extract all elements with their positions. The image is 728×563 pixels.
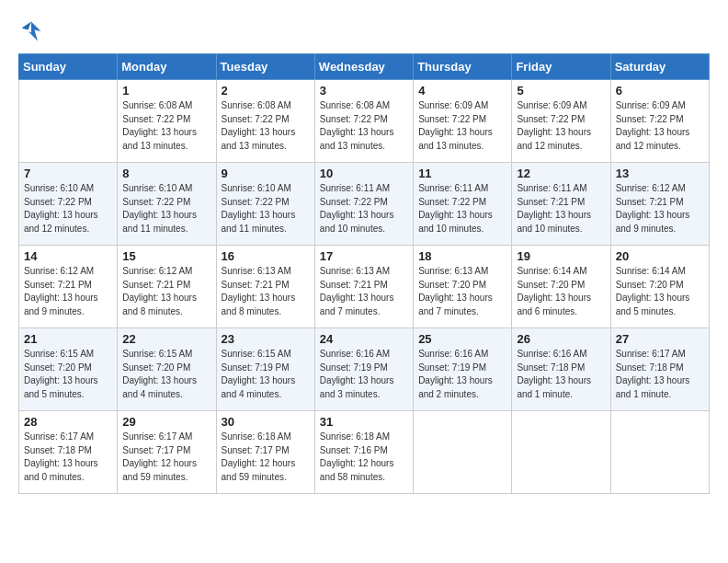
calendar-cell: 22Sunrise: 6:15 AMSunset: 7:20 PMDayligh… — [118, 328, 216, 411]
day-info: Sunrise: 6:14 AMSunset: 7:20 PMDaylight:… — [517, 265, 605, 318]
day-info: Sunrise: 6:13 AMSunset: 7:21 PMDaylight:… — [222, 265, 310, 318]
day-header-saturday: Saturday — [610, 54, 709, 80]
calendar-cell: 17Sunrise: 6:13 AMSunset: 7:21 PMDayligh… — [314, 246, 413, 328]
day-number: 8 — [122, 167, 210, 180]
day-info: Sunrise: 6:13 AMSunset: 7:20 PMDaylight:… — [418, 265, 506, 318]
calendar-cell: 25Sunrise: 6:16 AMSunset: 7:19 PMDayligh… — [414, 328, 512, 411]
calendar-cell: 19Sunrise: 6:14 AMSunset: 7:20 PMDayligh… — [512, 246, 610, 328]
calendar-cell: 5Sunrise: 6:09 AMSunset: 7:22 PMDaylight… — [512, 80, 610, 163]
day-number: 5 — [517, 84, 605, 98]
calendar-cell: 23Sunrise: 6:15 AMSunset: 7:19 PMDayligh… — [216, 328, 314, 411]
day-info: Sunrise: 6:14 AMSunset: 7:20 PMDaylight:… — [616, 265, 704, 318]
day-number: 30 — [222, 415, 310, 429]
calendar-cell: 12Sunrise: 6:11 AMSunset: 7:21 PMDayligh… — [512, 163, 610, 246]
calendar-header-row: SundayMondayTuesdayWednesdayThursdayFrid… — [19, 54, 710, 80]
day-info: Sunrise: 6:15 AMSunset: 7:20 PMDaylight:… — [24, 348, 112, 401]
day-info: Sunrise: 6:18 AMSunset: 7:16 PMDaylight:… — [320, 431, 408, 484]
week-row-4: 21Sunrise: 6:15 AMSunset: 7:20 PMDayligh… — [19, 328, 710, 411]
calendar-cell — [19, 80, 118, 163]
day-header-monday: Monday — [118, 54, 216, 80]
day-number: 17 — [320, 249, 408, 263]
day-header-wednesday: Wednesday — [314, 54, 413, 80]
calendar-cell: 30Sunrise: 6:18 AMSunset: 7:17 PMDayligh… — [216, 411, 314, 494]
calendar-cell: 27Sunrise: 6:17 AMSunset: 7:18 PMDayligh… — [610, 328, 709, 411]
day-info: Sunrise: 6:15 AMSunset: 7:20 PMDaylight:… — [122, 348, 210, 401]
calendar-cell: 28Sunrise: 6:17 AMSunset: 7:18 PMDayligh… — [19, 411, 118, 494]
day-number: 24 — [320, 332, 408, 346]
calendar-cell: 31Sunrise: 6:18 AMSunset: 7:16 PMDayligh… — [314, 411, 413, 494]
calendar-cell: 14Sunrise: 6:12 AMSunset: 7:21 PMDayligh… — [19, 246, 118, 328]
week-row-5: 28Sunrise: 6:17 AMSunset: 7:18 PMDayligh… — [19, 411, 710, 494]
svg-marker-1 — [22, 22, 32, 30]
calendar-cell: 8Sunrise: 6:10 AMSunset: 7:22 PMDaylight… — [118, 163, 216, 246]
week-row-1: 1Sunrise: 6:08 AMSunset: 7:22 PMDaylight… — [19, 80, 710, 163]
day-info: Sunrise: 6:11 AMSunset: 7:22 PMDaylight:… — [320, 182, 408, 236]
day-number: 23 — [222, 332, 310, 346]
calendar-cell: 1Sunrise: 6:08 AMSunset: 7:22 PMDaylight… — [118, 80, 216, 163]
page-header — [18, 18, 710, 44]
day-number: 18 — [418, 249, 506, 263]
day-number: 14 — [24, 249, 112, 263]
day-number: 11 — [418, 167, 506, 180]
day-info: Sunrise: 6:16 AMSunset: 7:19 PMDaylight:… — [320, 348, 408, 401]
day-info: Sunrise: 6:10 AMSunset: 7:22 PMDaylight:… — [24, 182, 112, 236]
day-info: Sunrise: 6:18 AMSunset: 7:17 PMDaylight:… — [222, 431, 310, 484]
day-number: 31 — [320, 415, 408, 429]
calendar-cell: 9Sunrise: 6:10 AMSunset: 7:22 PMDaylight… — [216, 163, 314, 246]
day-number: 26 — [517, 332, 605, 346]
day-header-thursday: Thursday — [414, 54, 512, 80]
calendar-cell: 13Sunrise: 6:12 AMSunset: 7:21 PMDayligh… — [610, 163, 709, 246]
day-info: Sunrise: 6:17 AMSunset: 7:18 PMDaylight:… — [24, 431, 112, 484]
day-info: Sunrise: 6:08 AMSunset: 7:22 PMDaylight:… — [222, 99, 310, 153]
day-info: Sunrise: 6:11 AMSunset: 7:21 PMDaylight:… — [517, 182, 605, 236]
day-info: Sunrise: 6:09 AMSunset: 7:22 PMDaylight:… — [517, 99, 605, 153]
day-number: 9 — [222, 167, 310, 180]
day-number: 15 — [122, 249, 210, 263]
calendar-cell: 15Sunrise: 6:12 AMSunset: 7:21 PMDayligh… — [118, 246, 216, 328]
day-info: Sunrise: 6:12 AMSunset: 7:21 PMDaylight:… — [24, 265, 112, 318]
day-info: Sunrise: 6:15 AMSunset: 7:19 PMDaylight:… — [222, 348, 310, 401]
day-info: Sunrise: 6:09 AMSunset: 7:22 PMDaylight:… — [616, 99, 704, 153]
day-number: 2 — [222, 84, 310, 98]
calendar-cell: 11Sunrise: 6:11 AMSunset: 7:22 PMDayligh… — [414, 163, 512, 246]
calendar-cell: 16Sunrise: 6:13 AMSunset: 7:21 PMDayligh… — [216, 246, 314, 328]
day-number: 10 — [320, 167, 408, 180]
calendar-cell: 10Sunrise: 6:11 AMSunset: 7:22 PMDayligh… — [314, 163, 413, 246]
calendar-cell: 7Sunrise: 6:10 AMSunset: 7:22 PMDaylight… — [19, 163, 118, 246]
day-number: 27 — [616, 332, 704, 346]
day-number: 28 — [24, 415, 112, 429]
day-header-tuesday: Tuesday — [216, 54, 314, 80]
day-info: Sunrise: 6:17 AMSunset: 7:18 PMDaylight:… — [616, 348, 704, 401]
logo-icon — [18, 18, 44, 44]
day-info: Sunrise: 6:16 AMSunset: 7:18 PMDaylight:… — [517, 348, 605, 401]
day-info: Sunrise: 6:12 AMSunset: 7:21 PMDaylight:… — [616, 182, 704, 236]
day-number: 13 — [616, 167, 704, 180]
day-number: 16 — [222, 249, 310, 263]
day-number: 19 — [517, 249, 605, 263]
calendar-cell: 29Sunrise: 6:17 AMSunset: 7:17 PMDayligh… — [118, 411, 216, 494]
calendar-cell — [512, 411, 610, 494]
day-number: 20 — [616, 249, 704, 263]
logo — [18, 18, 48, 44]
day-info: Sunrise: 6:16 AMSunset: 7:19 PMDaylight:… — [418, 348, 506, 401]
calendar-cell: 24Sunrise: 6:16 AMSunset: 7:19 PMDayligh… — [314, 328, 413, 411]
day-info: Sunrise: 6:17 AMSunset: 7:17 PMDaylight:… — [122, 431, 210, 484]
calendar-cell — [414, 411, 512, 494]
calendar-cell: 18Sunrise: 6:13 AMSunset: 7:20 PMDayligh… — [414, 246, 512, 328]
day-header-friday: Friday — [512, 54, 610, 80]
day-number: 7 — [24, 167, 112, 180]
day-number: 6 — [616, 84, 704, 98]
day-number: 3 — [320, 84, 408, 98]
day-number: 4 — [418, 84, 506, 98]
day-info: Sunrise: 6:09 AMSunset: 7:22 PMDaylight:… — [418, 99, 506, 153]
day-info: Sunrise: 6:10 AMSunset: 7:22 PMDaylight:… — [122, 182, 210, 236]
day-number: 29 — [122, 415, 210, 429]
week-row-3: 14Sunrise: 6:12 AMSunset: 7:21 PMDayligh… — [19, 246, 710, 328]
calendar-cell: 20Sunrise: 6:14 AMSunset: 7:20 PMDayligh… — [610, 246, 709, 328]
day-header-sunday: Sunday — [19, 54, 118, 80]
calendar-cell: 21Sunrise: 6:15 AMSunset: 7:20 PMDayligh… — [19, 328, 118, 411]
day-info: Sunrise: 6:08 AMSunset: 7:22 PMDaylight:… — [320, 99, 408, 153]
calendar-cell — [610, 411, 709, 494]
day-number: 25 — [418, 332, 506, 346]
calendar-cell: 3Sunrise: 6:08 AMSunset: 7:22 PMDaylight… — [314, 80, 413, 163]
